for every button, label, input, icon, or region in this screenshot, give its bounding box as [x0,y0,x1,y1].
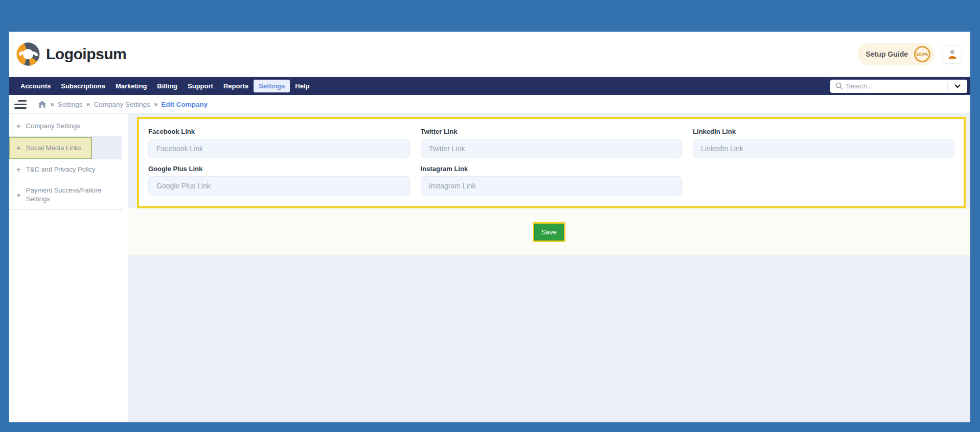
search-icon [830,82,846,90]
twitter-link-input[interactable] [421,139,682,158]
facebook-link-field: Facebook Link [148,128,410,158]
nav-item-marketing[interactable]: Marketing [110,80,152,92]
sidebar-item-payment-success-failure[interactable]: + Payment Success/Failure Settings [9,180,122,210]
google-plus-link-field: Google Plus Link [148,165,410,196]
social-media-links-form: Facebook Link Twitter Link LinkedIn Link… [137,117,966,208]
highlight-annotation: + Social Media Links [9,137,92,159]
plus-icon: + [16,144,21,152]
sidebar-item-social-media-links[interactable]: + Social Media Links [9,137,122,160]
logo: Logoipsum [16,42,126,66]
progress-badge: 100% [914,46,930,62]
setup-guide-label: Setup Guide [866,50,908,58]
settings-sidebar: + Company Settings + Social Media Links … [9,114,128,422]
content-area: Facebook Link Twitter Link LinkedIn Link… [128,114,970,422]
plus-icon: + [16,122,21,130]
setup-guide-button[interactable]: Setup Guide 100% [858,43,935,65]
breadcrumb-company-settings[interactable]: Company Settings [94,101,150,108]
sidebar-item-tc-privacy-policy[interactable]: + T&C and Privacy Policy [9,159,122,180]
linkedin-link-input[interactable] [693,139,954,158]
instagram-link-input[interactable] [421,176,682,196]
twitter-link-field: Twitter Link [421,128,682,158]
content-empty-area [128,255,970,422]
empty-grid-cell [693,165,954,196]
nav-item-reports[interactable]: Reports [218,80,254,92]
google-plus-link-label: Google Plus Link [148,165,410,173]
linkedin-link-field: LinkedIn Link [693,128,954,158]
search-input[interactable] [846,82,947,90]
nav-item-settings[interactable]: Settings [254,80,290,92]
instagram-link-label: Instagram Link [421,165,682,173]
save-button[interactable]: Save [534,224,564,241]
facebook-link-input[interactable] [148,139,410,158]
save-highlight-annotation: Save [533,222,565,242]
linkedin-link-label: LinkedIn Link [693,128,954,135]
search-box[interactable] [830,80,967,93]
save-section: Save [128,208,970,255]
nav-item-help[interactable]: Help [290,80,314,92]
app-header: Logoipsum Setup Guide 100% [9,32,970,77]
breadcrumb-current-edit-company: Edit Company [161,101,208,108]
breadcrumb-separator: » [154,100,158,108]
main-nav: Accounts Subscriptions Marketing Billing… [9,77,970,95]
breadcrumb: » Settings » Company Settings » Edit Com… [9,95,970,114]
plus-icon: + [16,191,21,199]
twitter-link-label: Twitter Link [421,128,682,135]
logo-text: Logoipsum [46,45,126,63]
home-icon[interactable] [38,100,47,108]
app-window: Logoipsum Setup Guide 100% Accounts Subs… [9,32,970,422]
instagram-link-field: Instagram Link [421,165,682,196]
logo-icon [16,42,40,66]
desktop-background: Logoipsum Setup Guide 100% Accounts Subs… [0,0,980,432]
plus-icon: + [16,165,21,173]
nav-item-billing[interactable]: Billing [152,80,183,92]
breadcrumb-separator: » [86,100,90,108]
nav-item-subscriptions[interactable]: Subscriptions [56,80,110,92]
sidebar-item-company-settings[interactable]: + Company Settings [9,116,122,137]
user-icon [946,48,959,60]
google-plus-link-input[interactable] [148,176,410,196]
facebook-link-label: Facebook Link [148,128,410,135]
nav-item-accounts[interactable]: Accounts [15,80,56,92]
chevron-down-icon[interactable] [948,84,967,88]
breadcrumb-settings[interactable]: Settings [58,101,83,108]
breadcrumb-separator: » [50,100,54,108]
user-avatar-button[interactable] [943,45,962,64]
menu-icon[interactable] [12,98,28,111]
nav-item-support[interactable]: Support [183,80,218,92]
